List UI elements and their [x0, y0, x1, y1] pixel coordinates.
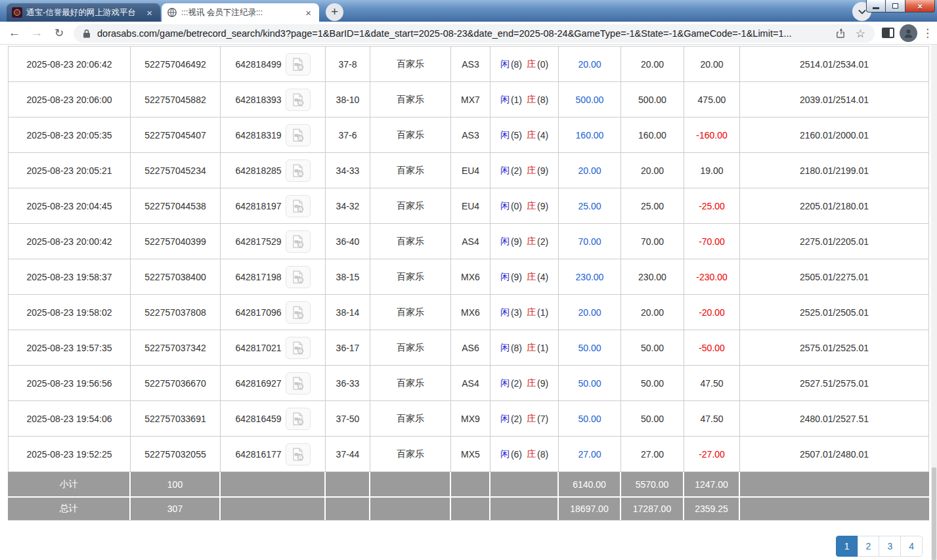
video-file-icon — [291, 270, 305, 284]
bet-amount[interactable]: 50.00 — [559, 401, 621, 437]
bet-amount[interactable]: 25.00 — [559, 188, 621, 224]
scrollbar-thumb[interactable] — [932, 467, 936, 560]
game-name: 百家乐 — [370, 437, 451, 472]
total-label: 总计 — [8, 496, 131, 520]
bet-id: 522757032055 — [131, 437, 221, 472]
video-file-icon — [291, 447, 305, 462]
page-button-4[interactable]: 4 — [900, 536, 923, 557]
reload-button[interactable]: ↻ — [50, 24, 68, 42]
video-replay-button[interactable] — [286, 443, 311, 465]
video-replay-button[interactable] — [286, 301, 311, 324]
bet-amount[interactable]: 160.00 — [559, 118, 621, 153]
close-button[interactable]: × — [905, 0, 935, 12]
table-row: 2025-08-23 19:58:37 522757038400 6428171… — [8, 259, 929, 295]
table-code: MX7 — [451, 82, 490, 118]
player-score: (2) — [511, 378, 522, 389]
balance-before-after: 2180.01/2199.01 — [740, 153, 929, 188]
total-count: 307 — [131, 496, 221, 520]
round-id: 642816927 — [235, 378, 281, 389]
table-code: EU4 — [451, 153, 490, 188]
share-button[interactable] — [836, 28, 846, 39]
bet-amount[interactable]: 20.00 — [559, 47, 621, 82]
tab-bet-records[interactable]: :::视讯 会员下注纪录::: × — [162, 3, 319, 22]
round-id-cell: 642817096 — [221, 295, 326, 330]
win-loss: -27.00 — [684, 437, 740, 472]
bet-time: 2025-08-23 20:05:35 — [8, 118, 131, 153]
table-row: 2025-08-23 20:05:35 522757045407 6428183… — [8, 118, 929, 153]
side-panel-icon[interactable] — [882, 28, 894, 38]
bet-amount[interactable]: 70.00 — [559, 224, 621, 259]
bet-amount[interactable]: 27.00 — [559, 437, 621, 472]
video-replay-button[interactable] — [286, 337, 311, 359]
table-round: 36-17 — [326, 330, 370, 366]
page-button-2[interactable]: 2 — [858, 536, 880, 557]
round-id-cell: 642816927 — [221, 366, 326, 401]
page-scrollbar[interactable] — [931, 45, 937, 560]
table-row: 2025-08-23 19:57:35 522757037342 6428170… — [8, 330, 929, 366]
address-bar[interactable]: dorasabs.com/game/betrecord_search/kind3… — [74, 24, 875, 43]
bet-id: 522757046492 — [131, 47, 221, 82]
profile-avatar[interactable] — [900, 24, 917, 42]
banker-label: 庄 — [527, 200, 536, 212]
forward-button[interactable]: → — [28, 24, 46, 42]
bet-amount[interactable]: 20.00 — [559, 153, 621, 188]
total-valid: 17287.00 — [621, 496, 684, 520]
bet-amount[interactable]: 500.00 — [559, 82, 621, 118]
player-score: (9) — [511, 236, 522, 247]
round-id-cell: 642817198 — [221, 259, 326, 295]
bet-amount[interactable]: 20.00 — [559, 295, 621, 330]
table-round: 37-50 — [326, 401, 370, 437]
valid-amount: 27.00 — [621, 437, 684, 472]
table-code: AS4 — [451, 224, 490, 259]
round-id: 642818319 — [235, 130, 281, 140]
page-button-1[interactable]: 1 — [836, 536, 858, 557]
tab-close-icon[interactable]: × — [144, 7, 155, 18]
video-replay-button[interactable] — [286, 266, 311, 288]
back-button[interactable]: ← — [5, 24, 24, 42]
player-label: 闲 — [500, 58, 510, 70]
video-replay-button[interactable] — [286, 372, 311, 395]
tab-title: :::视讯 会员下注纪录::: — [181, 7, 299, 18]
round-id-cell: 642816177 — [221, 437, 326, 472]
tab-close-icon[interactable]: × — [303, 7, 314, 18]
table-row: 2025-08-23 19:56:56 522757036670 6428169… — [8, 366, 929, 401]
game-name: 百家乐 — [370, 224, 451, 259]
valid-amount: 50.00 — [621, 366, 684, 401]
player-label: 闲 — [500, 200, 510, 212]
tab-casino-platform[interactable]: 通宝-信誉最好的网上游戏平台 × — [7, 3, 160, 22]
round-id: 642818393 — [235, 95, 281, 105]
video-replay-button[interactable] — [286, 160, 311, 182]
player-label: 闲 — [500, 307, 510, 318]
bet-amount[interactable]: 50.00 — [559, 366, 621, 401]
banker-score: (9) — [537, 378, 548, 389]
new-tab-button[interactable]: + — [326, 3, 343, 21]
minimize-button[interactable] — [866, 0, 886, 12]
game-name: 百家乐 — [370, 366, 451, 401]
browser-menu-icon[interactable]: ⋮ — [922, 25, 933, 41]
video-replay-button[interactable] — [286, 408, 311, 430]
bet-amount[interactable]: 230.00 — [559, 259, 621, 295]
valid-amount: 160.00 — [621, 118, 684, 153]
video-replay-button[interactable] — [286, 89, 311, 111]
banker-label: 庄 — [527, 307, 536, 318]
bet-id: 522757044538 — [131, 188, 221, 224]
game-result: 闲(5) 庄(4) — [490, 118, 559, 153]
url-text[interactable]: dorasabs.com/game/betrecord_search/kind3… — [97, 28, 836, 39]
video-replay-button[interactable] — [286, 195, 311, 217]
video-replay-button[interactable] — [286, 53, 311, 75]
subtotal-winloss: 1247.00 — [684, 472, 740, 496]
game-name: 百家乐 — [370, 47, 451, 82]
video-replay-button[interactable] — [286, 124, 311, 146]
game-name: 百家乐 — [370, 118, 451, 153]
page-button-3[interactable]: 3 — [879, 536, 901, 557]
video-replay-button[interactable] — [286, 230, 311, 253]
bookmark-star-icon[interactable]: ☆ — [856, 27, 865, 41]
round-id-cell: 642818285 — [221, 153, 326, 188]
bet-amount[interactable]: 50.00 — [559, 330, 621, 366]
bet-time: 2025-08-23 19:56:56 — [8, 366, 131, 401]
video-file-icon — [291, 199, 305, 213]
maximize-button[interactable] — [886, 0, 905, 12]
table-code: EU4 — [451, 188, 490, 224]
banker-label: 庄 — [527, 58, 536, 70]
browser-window: 通宝-信誉最好的网上游戏平台 × :::视讯 会员下注纪录::: × + × ←… — [0, 0, 937, 560]
